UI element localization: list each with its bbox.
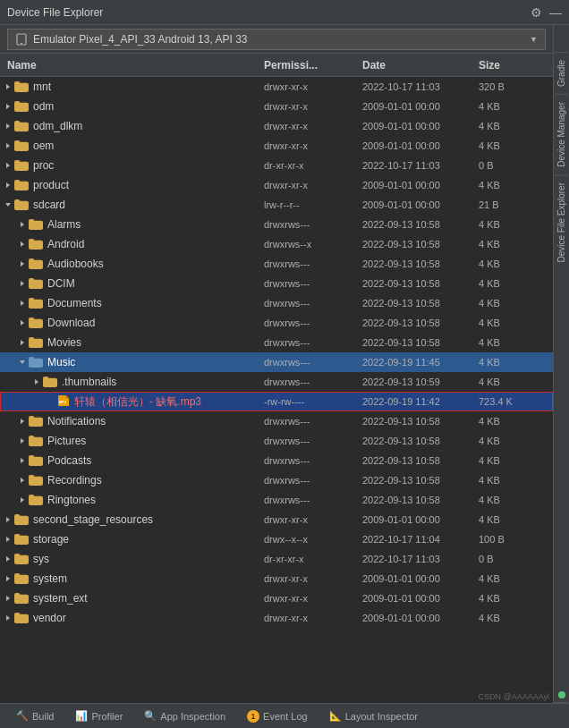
tree-row[interactable]: product drwxr-xr-x 2009-01-01 00:00 4 KB: [0, 175, 553, 195]
folder-icon: [43, 377, 57, 387]
row-size: 4 KB: [479, 416, 541, 427]
panel-emulator[interactable]: Emulator: [555, 702, 568, 703]
row-perm: drwxr-xr-x: [264, 180, 362, 190]
folder-icon: [29, 258, 43, 269]
tree-row[interactable]: system drwxr-xr-x 2009-01-01 00:00 4 KB: [0, 569, 553, 588]
svg-marker-14: [21, 320, 24, 326]
row-size: 4 KB: [479, 573, 541, 584]
tab-build[interactable]: 🔨 Build: [7, 708, 63, 724]
tree-row[interactable]: .thumbnails drwxrws--- 2022-09-13 10:59 …: [0, 372, 553, 392]
panel-gradle[interactable]: Gradle: [555, 52, 568, 94]
device-bar[interactable]: Emulator Pixel_4_API_33 Android 13, API …: [0, 25, 553, 54]
file-label: Alarms: [47, 218, 81, 231]
tree-row[interactable]: odm_dlkm drwxr-xr-x 2009-01-01 00:00 4 K…: [0, 116, 553, 136]
arrow-right-icon: [4, 515, 13, 524]
row-size: 4 KB: [479, 593, 541, 604]
row-date: 2009-01-01 00:00: [362, 101, 479, 112]
tree-row[interactable]: proc dr-xr-xr-x 2022-10-17 11:03 0 B: [0, 156, 553, 175]
tab-event-log[interactable]: 1 Event Log: [238, 708, 317, 724]
row-perm: drwx--x--x: [264, 534, 362, 545]
arrow-right-icon: [18, 436, 27, 445]
tree-row[interactable]: Podcasts drwxrws--- 2022-09-13 10:58 4 K…: [0, 451, 553, 470]
arrow-right-icon: [4, 574, 13, 583]
tree-row[interactable]: Download drwxrws--- 2022-09-13 10:58 4 K…: [0, 313, 553, 333]
row-size: 4 KB: [479, 475, 541, 486]
tree-row[interactable]: mnt drwxr-xr-x 2022-10-17 11:03 320 B: [0, 77, 553, 97]
row-date: 2022-09-13 10:58: [362, 239, 479, 250]
tab-layout-inspector[interactable]: 📐 Layout Inspector: [320, 708, 427, 724]
tree-row[interactable]: Alarms drwxrws--- 2022-09-13 10:58 4 KB: [0, 215, 553, 234]
tree-row[interactable]: Ringtones drwxrws--- 2022-09-13 10:58 4 …: [0, 490, 553, 510]
tree-row[interactable]: Notifications drwxrws--- 2022-09-13 10:5…: [0, 411, 553, 431]
row-name: Download: [0, 317, 264, 329]
tree-row[interactable]: Pictures drwxrws--- 2022-09-13 10:58 4 K…: [0, 431, 553, 451]
panel-device-manager[interactable]: Device Manager: [555, 94, 568, 174]
svg-marker-5: [6, 143, 10, 148]
minimize-icon[interactable]: —: [549, 5, 562, 20]
tree-row[interactable]: oem drwxr-xr-x 2009-01-01 00:00 4 KB: [0, 136, 553, 156]
col-perm-header: Permissi...: [264, 59, 362, 72]
folder-icon: [29, 298, 43, 309]
tree-row[interactable]: Audiobooks drwxrws--- 2022-09-13 10:58 4…: [0, 254, 553, 274]
app-inspection-label: App Inspection: [160, 711, 225, 722]
tree-row[interactable]: sdcard lrw-r--r-- 2009-01-01 00:00 21 B: [0, 195, 553, 215]
tree-row[interactable]: MP3 轩辕（相信光）- 缺氧.mp3 -rw-rw---- 2022-09-1…: [0, 392, 553, 411]
row-perm: drwxrws--x: [264, 239, 362, 250]
file-label: oem: [33, 140, 54, 152]
file-label: Recordings: [47, 474, 102, 487]
folder-icon: [14, 613, 29, 623]
folder-icon: [14, 121, 29, 131]
tree-area: Emulator Pixel_4_API_33 Android 13, API …: [0, 25, 553, 703]
tab-app-inspection[interactable]: 🔍 App Inspection: [135, 708, 234, 724]
title-bar: Device File Explorer ⚙ —: [0, 0, 569, 25]
folder-icon: [14, 199, 29, 210]
arrow-right-icon: [32, 377, 41, 386]
row-perm: drwxr-xr-x: [264, 593, 362, 604]
row-perm: drwxr-xr-x: [264, 573, 362, 584]
tree-row[interactable]: second_stage_resources drwxr-xr-x 2009-0…: [0, 510, 553, 529]
device-selector[interactable]: Emulator Pixel_4_API_33 Android 13, API …: [7, 29, 546, 50]
tree-row[interactable]: Documents drwxrws--- 2022-09-13 10:58 4 …: [0, 293, 553, 313]
tree-row[interactable]: system_ext drwxr-xr-x 2009-01-01 00:00 4…: [0, 588, 553, 608]
tree-row[interactable]: sys dr-xr-xr-x 2022-10-17 11:03 0 B: [0, 549, 553, 569]
arrow-right-icon: [18, 476, 27, 485]
settings-icon[interactable]: ⚙: [531, 5, 542, 20]
arrow-right-icon: [18, 318, 27, 327]
arrow-right-icon: [4, 122, 13, 131]
tree-row[interactable]: Music drwxrws--- 2022-09-19 11:45 4 KB: [0, 352, 553, 372]
phone-icon: [15, 33, 28, 46]
file-tree[interactable]: mnt drwxr-xr-x 2022-10-17 11:03 320 B od…: [0, 77, 553, 703]
panel-device-file-explorer[interactable]: Device File Explorer: [555, 174, 568, 269]
tree-row[interactable]: Recordings drwxrws--- 2022-09-13 10:58 4…: [0, 470, 553, 490]
tree-row[interactable]: vendor drwxr-xr-x 2009-01-01 00:00 4 KB: [0, 608, 553, 628]
svg-marker-11: [21, 261, 24, 267]
svg-marker-26: [21, 497, 24, 503]
tree-row[interactable]: Android drwxrws--x 2022-09-13 10:58 4 KB: [0, 234, 553, 254]
col-date-header: Date: [362, 59, 479, 72]
bottom-bar[interactable]: 🔨 Build 📊 Profiler 🔍 App Inspection 1 Ev…: [0, 703, 569, 728]
arrow-right-icon: [18, 220, 27, 229]
tree-row[interactable]: storage drwx--x--x 2022-10-17 11:04 100 …: [0, 529, 553, 549]
tab-profiler[interactable]: 📊 Profiler: [66, 708, 132, 724]
tree-row[interactable]: odm drwxr-xr-x 2009-01-01 00:00 4 KB: [0, 97, 553, 116]
row-date: 2009-01-01 00:00: [362, 199, 479, 210]
svg-marker-31: [6, 596, 10, 601]
row-name: sys: [0, 553, 264, 565]
row-perm: drwxr-xr-x: [264, 81, 362, 92]
row-name: mnt: [0, 80, 264, 93]
file-label: DCIM: [47, 277, 75, 290]
folder-icon: [14, 160, 29, 171]
file-label: sys: [33, 553, 49, 565]
file-label: Notifications: [47, 415, 106, 427]
tree-row[interactable]: Movies drwxrws--- 2022-09-13 10:58 4 KB: [0, 333, 553, 352]
file-label: odm: [33, 100, 54, 113]
row-perm: dr-xr-xr-x: [264, 160, 362, 171]
arrow-right-icon: [18, 279, 27, 288]
row-size: 4 KB: [479, 180, 541, 190]
event-log-label: Event Log: [263, 711, 308, 722]
row-date: 2022-10-17 11:03: [362, 81, 479, 92]
tree-row[interactable]: DCIM drwxrws--- 2022-09-13 10:58 4 KB: [0, 274, 553, 293]
dropdown-arrow[interactable]: ▼: [530, 35, 538, 44]
title-bar-icons[interactable]: ⚙ —: [531, 5, 562, 20]
row-size: 4 KB: [479, 357, 541, 368]
